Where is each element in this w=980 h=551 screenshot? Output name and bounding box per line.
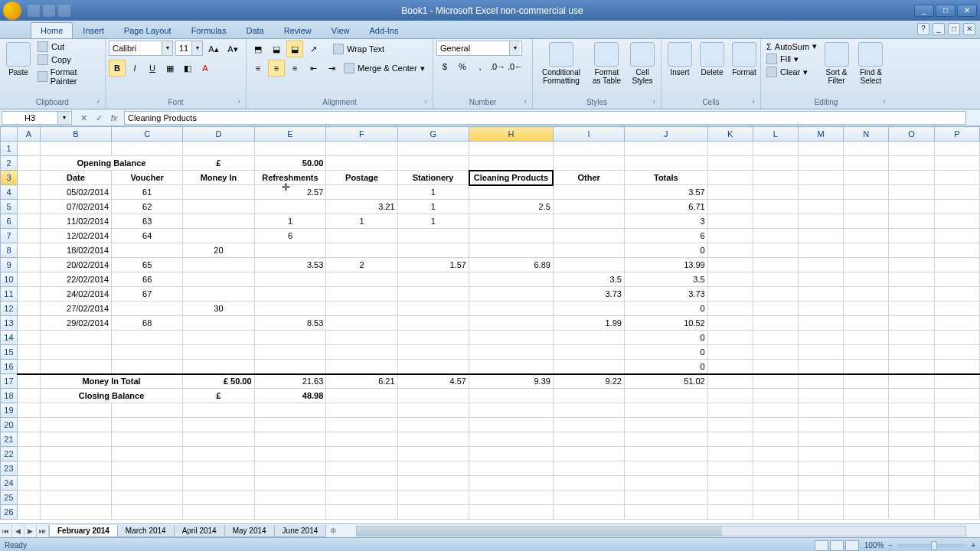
cell-H5[interactable]: 2.5 <box>469 200 554 214</box>
cell-G9[interactable]: 1.57 <box>397 258 469 272</box>
align-left-icon[interactable]: ≡ <box>250 60 266 77</box>
cell-O14[interactable] <box>889 331 934 345</box>
cell-F20[interactable] <box>326 418 397 432</box>
cell-E15[interactable] <box>254 345 326 360</box>
cell-F15[interactable] <box>326 345 397 360</box>
column-header-N[interactable]: N <box>844 127 889 142</box>
cell-J2[interactable] <box>624 156 707 171</box>
cell-E11[interactable] <box>254 287 326 302</box>
cell-M24[interactable] <box>799 476 844 491</box>
cell-P9[interactable] <box>934 258 979 272</box>
cell-J8[interactable]: 0 <box>624 243 707 258</box>
row-header-26[interactable]: 26 <box>1 505 18 520</box>
row-header-8[interactable]: 8 <box>1 243 18 258</box>
cell-G19[interactable] <box>397 403 469 418</box>
sheet-tab-june-2014[interactable]: June 2014 <box>274 525 327 537</box>
cell-F6[interactable]: 1 <box>326 214 397 229</box>
cell-F16[interactable] <box>326 360 397 374</box>
cell-O17[interactable] <box>889 374 934 389</box>
cell-E3[interactable]: Refreshments <box>254 171 326 185</box>
cell-P10[interactable] <box>934 272 979 287</box>
cell-N13[interactable] <box>844 316 889 331</box>
cell-B15[interactable] <box>40 345 111 360</box>
row-header-2[interactable]: 2 <box>1 156 18 171</box>
cell-E14[interactable] <box>254 331 326 345</box>
cell-N24[interactable] <box>844 476 889 491</box>
cell-G1[interactable] <box>397 142 469 156</box>
cell-J26[interactable] <box>624 505 707 520</box>
cell-K1[interactable] <box>707 142 753 156</box>
cell-B12[interactable]: 27/02/2014 <box>40 302 111 316</box>
cell-E26[interactable] <box>254 505 326 520</box>
cell-K22[interactable] <box>707 447 753 461</box>
cell-J25[interactable] <box>624 491 707 505</box>
align-bottom-icon[interactable]: ⬓ <box>286 41 303 57</box>
cell-D12[interactable]: 30 <box>183 302 254 316</box>
page-layout-view-icon[interactable] <box>830 540 844 551</box>
underline-button[interactable]: U <box>144 60 161 77</box>
cell-A17[interactable] <box>17 374 40 389</box>
cell-I7[interactable] <box>553 229 624 243</box>
cell-C6[interactable]: 63 <box>112 214 183 229</box>
cell-G10[interactable] <box>397 272 469 287</box>
cell-B3[interactable]: Date <box>40 171 111 185</box>
cell-G13[interactable] <box>397 316 469 331</box>
cell-H25[interactable] <box>469 491 554 505</box>
select-all-cell[interactable] <box>1 127 18 142</box>
cell-N22[interactable] <box>844 447 889 461</box>
cell-N18[interactable] <box>844 389 889 403</box>
cell-P20[interactable] <box>934 418 979 432</box>
cell-H22[interactable] <box>469 447 554 461</box>
cell-A25[interactable] <box>17 491 40 505</box>
cell-C20[interactable] <box>112 418 183 432</box>
cell-B4[interactable]: 05/02/2014 <box>40 185 111 200</box>
cell-F26[interactable] <box>326 505 397 520</box>
cell-N4[interactable] <box>844 185 889 200</box>
cell-O13[interactable] <box>889 316 934 331</box>
cell-A16[interactable] <box>17 360 40 374</box>
cell-K3[interactable] <box>707 171 753 185</box>
cell-G20[interactable] <box>397 418 469 432</box>
cell-O12[interactable] <box>889 302 934 316</box>
cell-J9[interactable]: 13.99 <box>624 258 707 272</box>
cell-H8[interactable] <box>469 243 554 258</box>
cell-K17[interactable] <box>707 374 753 389</box>
cell-E2[interactable]: 50.00 <box>254 156 326 171</box>
cell-A7[interactable] <box>17 229 40 243</box>
cell-N11[interactable] <box>844 287 889 302</box>
cell-P17[interactable] <box>934 374 979 389</box>
cell-E13[interactable]: 8.53 <box>254 316 326 331</box>
cell-G14[interactable] <box>397 331 469 345</box>
cell-P12[interactable] <box>934 302 979 316</box>
cell-G16[interactable] <box>397 360 469 374</box>
cell-K21[interactable] <box>707 432 753 447</box>
cell-N8[interactable] <box>844 243 889 258</box>
cell-H15[interactable] <box>469 345 554 360</box>
tab-home[interactable]: Home <box>31 22 73 38</box>
cell-D10[interactable] <box>183 272 254 287</box>
cell-A26[interactable] <box>17 505 40 520</box>
cell-J21[interactable] <box>624 432 707 447</box>
cell-I6[interactable] <box>553 214 624 229</box>
cell-M6[interactable] <box>799 214 844 229</box>
cell-P6[interactable] <box>934 214 979 229</box>
cell-I22[interactable] <box>553 447 624 461</box>
row-header-14[interactable]: 14 <box>1 331 18 345</box>
cell-M4[interactable] <box>799 185 844 200</box>
cell-I3[interactable]: Other <box>553 171 624 185</box>
cell-H2[interactable] <box>469 156 554 171</box>
cell-A14[interactable] <box>17 331 40 345</box>
cell-B21[interactable] <box>40 432 111 447</box>
cell-M21[interactable] <box>799 432 844 447</box>
cell-F17[interactable]: 6.21 <box>326 374 397 389</box>
cell-L3[interactable] <box>753 171 798 185</box>
cell-G25[interactable] <box>397 491 469 505</box>
cell-K25[interactable] <box>707 491 753 505</box>
tab-add-ins[interactable]: Add-Ins <box>359 22 408 38</box>
cell-N25[interactable] <box>844 491 889 505</box>
cell-P24[interactable] <box>934 476 979 491</box>
row-header-6[interactable]: 6 <box>1 214 18 229</box>
format-cells-button[interactable]: Format <box>729 41 760 78</box>
cell-H23[interactable] <box>469 461 554 476</box>
cell-O1[interactable] <box>889 142 934 156</box>
